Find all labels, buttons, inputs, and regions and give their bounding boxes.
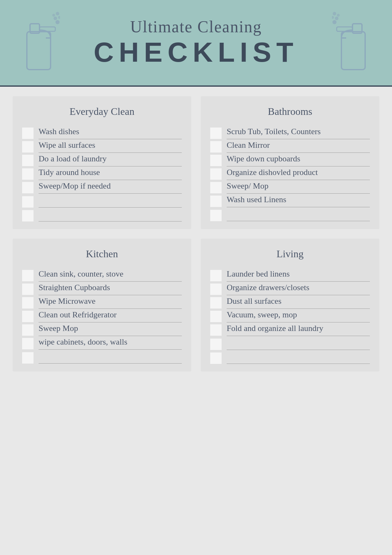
item-label-load-laundry: Do a load of laundry [39,154,107,163]
item-label-fold-laundry: Fold and organize all laundry [227,324,323,333]
item-label-tidy-house: Tidy around house [39,168,100,177]
checkbox-vacuum-sweep[interactable] [210,311,222,322]
item-label-wipe-microwave: Wipe Microwave [39,296,95,306]
checkbox-wipe-cupboards[interactable] [210,155,222,166]
empty-row [210,352,370,364]
checkbox-clean-sink[interactable] [22,270,34,281]
checkbox-empty-1[interactable] [22,196,34,208]
svg-point-15 [333,12,336,15]
list-item: Straighten Cupboards [22,283,182,295]
header-title-block: Ultimate Cleaning CHECKLIST [94,17,298,68]
svg-point-5 [58,16,60,18]
bathrooms-title: Bathrooms [210,106,370,117]
item-label-wash-dishes: Wash dishes [39,127,79,136]
list-item: wipe cabinets, doors, walls [22,337,182,350]
list-item: Clean sink, counter, stove [22,269,182,282]
checkbox-wipe-surfaces[interactable] [22,141,34,153]
checkbox-empty-living-1[interactable] [210,339,222,350]
kitchen-section: Kitchen Clean sink, counter, stove Strai… [13,239,191,371]
checkbox-wipe-microwave[interactable] [22,297,34,309]
checkbox-scrub-tub[interactable] [210,128,222,139]
checkbox-load-laundry[interactable] [22,155,34,166]
list-item: Tidy around house [22,168,182,180]
checkbox-empty-2[interactable] [22,210,34,221]
bathrooms-section: Bathrooms Scrub Tub, Toilets, Counters C… [201,96,379,229]
checkbox-straighten-cupboards[interactable] [22,284,34,295]
list-item: Wipe all surfaces [22,140,182,153]
list-item: Do a load of laundry [22,154,182,166]
checkbox-empty-living-2[interactable] [210,352,222,364]
item-label-vacuum-sweep: Vacuum, sweep, mop [227,310,297,319]
list-item: Wash dishes [22,127,182,139]
checkbox-fold-laundry[interactable] [210,324,222,336]
list-item: Sweep Mop [22,324,182,336]
svg-point-13 [332,16,334,18]
item-label-clean-mirror: Clean Mirror [227,140,270,150]
living-title: Living [210,248,370,260]
spray-bottle-right-icon [332,3,383,77]
list-item: Wipe down cupboards [210,154,370,166]
checkbox-launder-linens[interactable] [210,270,222,281]
empty-row [22,196,182,208]
item-label-straighten-cupboards: Straighten Cupboards [39,283,110,292]
checkbox-sweep-mop-kitchen[interactable] [22,324,34,336]
checkbox-empty-bath[interactable] [210,210,222,221]
checkbox-sweep-mop-bath[interactable] [210,182,222,193]
item-label-launder-linens: Launder bed linens [227,269,290,278]
empty-row [210,210,370,221]
empty-row [210,339,370,350]
svg-point-12 [335,17,338,20]
spray-bottle-left-icon [9,3,60,77]
list-item: Sweep/ Mop [210,181,370,194]
item-label-wash-linens: Wash used Linens [227,195,286,204]
header-subtitle: Ultimate Cleaning [94,17,298,36]
living-section: Living Launder bed linens Organize drawe… [201,239,379,371]
item-label-organize-drawers: Organize drawers/closets [227,283,309,292]
item-label-wipe-cabinets: wipe cabinets, doors, walls [39,337,127,346]
checkbox-clean-mirror[interactable] [210,141,222,153]
checkbox-wash-linens[interactable] [210,196,222,207]
list-item: Wipe Microwave [22,296,182,309]
checkbox-wash-dishes[interactable] [22,128,34,139]
list-item: Dust all surfaces [210,296,370,309]
item-label-sweep-mop-bath: Sweep/ Mop [227,181,268,190]
list-item: Clean out Refridgerator [22,310,182,322]
item-label-organize-product: Organize dishovled product [227,168,318,177]
item-label-wipe-surfaces: Wipe all surfaces [39,140,95,150]
everyday-clean-title: Everyday Clean [22,106,182,117]
empty-row [22,352,182,364]
checkbox-organize-product[interactable] [210,168,222,180]
header-main-title: CHECKLIST [94,36,298,68]
list-item: Sweep/Mop if needed [22,181,182,194]
list-item: Fold and organize all laundry [210,324,370,336]
list-item: Scrub Tub, Toilets, Counters [210,127,370,139]
svg-point-4 [54,17,57,20]
list-item: Vacuum, sweep, mop [210,310,370,322]
checkbox-clean-fridge[interactable] [22,311,34,322]
list-item: Wash used Linens [210,195,370,207]
kitchen-title: Kitchen [22,248,182,260]
svg-point-6 [53,14,55,16]
checkbox-organize-drawers[interactable] [210,284,222,295]
item-label-clean-fridge: Clean out Refridgerator [39,310,117,319]
list-item: Clean Mirror [210,140,370,153]
svg-point-3 [56,21,59,24]
empty-row [22,210,182,221]
list-item: Launder bed linens [210,269,370,282]
checkbox-wipe-cabinets[interactable] [22,338,34,349]
everyday-clean-section: Everyday Clean Wash dishes Wipe all surf… [13,96,191,229]
item-label-sweep-mop-kitchen: Sweep Mop [39,324,78,333]
list-item: Organize dishovled product [210,168,370,180]
item-label-scrub-tub: Scrub Tub, Toilets, Counters [227,127,321,136]
checkbox-empty-kitchen[interactable] [22,352,34,364]
page-header: Ultimate Cleaning CHECKLIST [0,0,392,85]
svg-point-7 [56,12,59,15]
item-label-dust-surfaces: Dust all surfaces [227,296,281,306]
checkbox-tidy-house[interactable] [22,168,34,180]
checkbox-sweep-mop[interactable] [22,182,34,193]
svg-point-14 [337,14,339,16]
svg-point-11 [333,21,336,24]
main-content: Everyday Clean Wash dishes Wipe all surf… [0,87,392,381]
checkbox-dust-surfaces[interactable] [210,297,222,309]
item-label-wipe-cupboards: Wipe down cupboards [227,154,300,163]
